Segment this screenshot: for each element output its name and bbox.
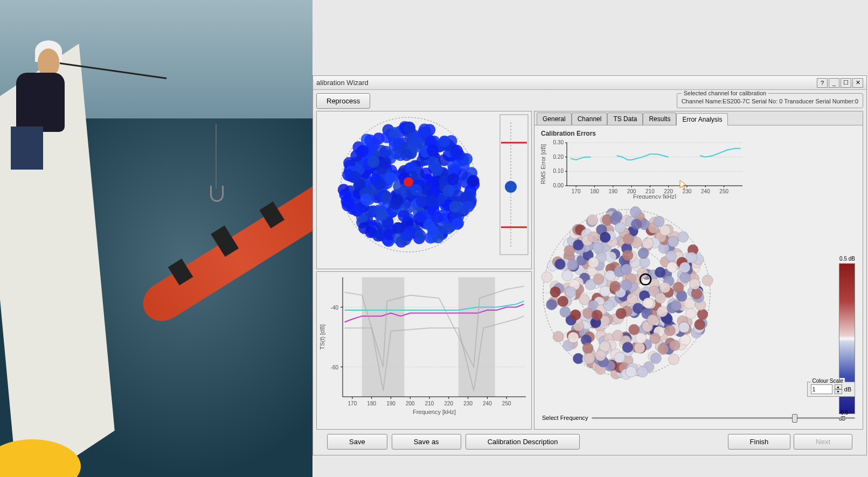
svg-point-792 (650, 353, 661, 363)
svg-point-609 (573, 353, 584, 364)
svg-point-396 (390, 198, 401, 210)
svg-text:-60: -60 (331, 364, 339, 370)
svg-rect-410 (362, 277, 405, 397)
svg-point-394 (358, 222, 370, 234)
svg-point-821 (669, 340, 680, 350)
svg-point-734 (600, 286, 610, 297)
save-button[interactable]: Save (327, 434, 387, 450)
svg-point-391 (349, 171, 361, 183)
calibration-description-button[interactable]: Calibration Description (466, 434, 580, 450)
svg-point-278 (431, 164, 443, 176)
svg-point-357 (431, 212, 443, 223)
svg-text:230: 230 (463, 401, 473, 406)
svg-point-826 (626, 367, 636, 377)
svg-text:240: 240 (701, 188, 710, 194)
svg-point-775 (550, 286, 561, 297)
svg-point-373 (376, 209, 388, 221)
svg-point-665 (658, 343, 669, 354)
beam-pattern-plot (316, 111, 532, 269)
svg-point-367 (343, 197, 355, 209)
svg-point-748 (560, 306, 571, 317)
svg-point-346 (410, 184, 422, 196)
svg-text:170: 170 (572, 188, 581, 194)
next-button[interactable]: Next (794, 434, 852, 450)
svg-point-754 (622, 250, 633, 261)
svg-point-295 (380, 146, 392, 158)
svg-text:210: 210 (425, 401, 434, 406)
svg-point-793 (670, 300, 681, 311)
svg-text:200: 200 (406, 401, 415, 406)
svg-point-403 (404, 177, 413, 187)
window-title: alibration Wizard (316, 79, 817, 87)
svg-point-368 (374, 178, 386, 190)
tab-error-analysis[interactable]: Error Analysis (676, 113, 728, 125)
svg-point-855 (600, 232, 610, 243)
svg-point-840 (567, 259, 578, 270)
minimize-button[interactable]: _ (829, 78, 839, 88)
svg-point-814 (584, 353, 595, 363)
colour-scale-legend: Colour Scale (811, 378, 845, 384)
colour-scale-input[interactable] (811, 384, 832, 394)
error-scatter-plot (538, 199, 742, 392)
svg-point-815 (616, 308, 627, 319)
svg-text:RMS Error [dB]: RMS Error [dB] (540, 144, 546, 185)
svg-point-841 (565, 286, 576, 297)
svg-point-834 (664, 325, 675, 336)
svg-point-383 (443, 185, 455, 197)
svg-point-678 (665, 250, 676, 261)
svg-point-731 (673, 282, 684, 293)
titlebar: alibration Wizard ? _ ☐ ✕ (313, 76, 866, 90)
colour-scale-unit: dB (844, 386, 851, 392)
finish-button[interactable]: Finish (728, 434, 791, 450)
close-button[interactable]: ✕ (852, 78, 863, 88)
svg-point-837 (643, 298, 654, 308)
tab-tsdata[interactable]: TS Data (607, 113, 643, 125)
svg-point-846 (588, 232, 599, 242)
svg-point-733 (627, 293, 637, 304)
svg-point-718 (630, 207, 641, 218)
maximize-button[interactable]: ☐ (841, 78, 851, 88)
person-with-rod (5, 43, 70, 140)
svg-point-779 (702, 275, 713, 286)
svg-text:0.30: 0.30 (553, 139, 564, 145)
svg-point-401 (450, 148, 462, 159)
svg-text:0.20: 0.20 (553, 154, 564, 160)
svg-point-408 (505, 181, 517, 193)
colour-scale-down[interactable]: ▼ (835, 389, 842, 394)
svg-point-839 (650, 333, 661, 343)
selected-channel-text: Channel Name:ES200-7C Serial No: 0 Trans… (682, 98, 858, 104)
svg-point-395 (447, 173, 459, 185)
svg-point-317 (404, 122, 415, 134)
svg-point-382 (426, 196, 438, 208)
svg-point-776 (623, 234, 634, 244)
svg-point-847 (603, 300, 614, 311)
svg-point-857 (668, 236, 678, 247)
tab-channel[interactable]: Channel (572, 113, 608, 125)
svg-point-858 (595, 350, 606, 361)
svg-point-364 (398, 210, 409, 222)
svg-point-842 (669, 354, 679, 364)
svg-text:0.10: 0.10 (553, 168, 564, 174)
tabs-bar: General Channel TS Data Results Error An… (534, 111, 863, 125)
svg-point-732 (629, 324, 640, 335)
tab-results[interactable]: Results (643, 113, 676, 125)
svg-text:220: 220 (444, 401, 453, 406)
saveas-button[interactable]: Save as (392, 434, 461, 450)
svg-text:Frequency [kHz]: Frequency [kHz] (633, 193, 676, 199)
rms-error-plot: 1701801902002102202302402500.000.100.200… (538, 139, 748, 199)
svg-point-575 (678, 232, 689, 242)
reprocess-button[interactable]: Reprocess (316, 93, 370, 109)
errors-plot-title: Calibration Errors (541, 130, 859, 137)
crane-hook (210, 186, 224, 202)
footer-buttons: Save Save as Calibration Description Fin… (316, 432, 863, 452)
svg-text:230: 230 (683, 188, 692, 194)
svg-text:170: 170 (348, 401, 357, 406)
colour-scale-up[interactable]: ▲ (835, 384, 842, 389)
svg-point-717 (593, 274, 604, 285)
frequency-slider[interactable] (592, 413, 855, 423)
selected-channel-legend: Selected channel for calibration (682, 90, 768, 96)
svg-point-742 (562, 270, 573, 281)
help-button[interactable]: ? (817, 78, 828, 88)
tab-general[interactable]: General (537, 113, 572, 125)
svg-point-856 (610, 281, 621, 292)
